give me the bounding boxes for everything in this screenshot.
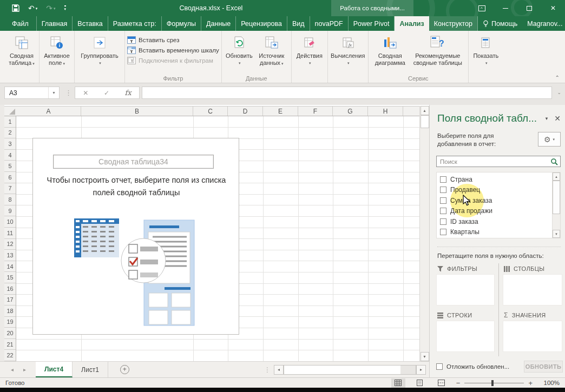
column-header[interactable]: B [81,107,193,116]
column-header[interactable]: D [228,107,263,116]
filters-drop-area[interactable] [436,274,495,305]
confirm-entry-icon[interactable]: ✓ [104,89,109,97]
zoom-slider[interactable] [464,383,524,383]
column-header[interactable]: E [263,107,298,116]
field-checkbox[interactable] [440,176,446,183]
field-checkbox[interactable] [440,208,446,214]
values-drop-area[interactable] [503,321,562,352]
tab-novapdf[interactable]: novaPDF [310,16,349,31]
row-header[interactable]: 7 [4,183,16,195]
row-header[interactable]: 8 [4,194,16,205]
scroll-down-icon[interactable]: ▾ [421,352,429,361]
collapse-ribbon-icon[interactable]: ⌃ [555,75,560,81]
field-list-scrollbar[interactable]: ▴ ▾ [552,172,560,238]
calculations-button[interactable]: fx Вычисления▾ [330,32,366,67]
recommended-pivot-tables-button[interactable]: ? Рекомендуемые сводные таблицы [410,32,466,67]
scroll-left-icon[interactable]: ◂ [274,365,284,375]
save-icon[interactable] [12,4,19,12]
insert-function-icon[interactable]: fx [125,89,132,97]
formula-input[interactable] [142,87,552,99]
sheet-tab-list4[interactable]: Лист4 [36,362,73,377]
name-box[interactable]: A3 ▾ [4,87,60,99]
field-checkbox[interactable] [440,187,446,193]
tools-gear-button[interactable]: ⚙ ▾ [538,132,561,147]
panel-close-icon[interactable]: ✕ [554,114,561,123]
tab-design[interactable]: Конструктор [429,16,478,31]
row-header[interactable]: 10 [4,216,16,228]
row-header[interactable]: 16 [4,283,16,295]
row-header[interactable]: 11 [4,228,16,239]
row-header[interactable]: 3 [4,138,16,150]
undo-button[interactable]: ↶▾ [28,4,37,12]
zoom-slider-thumb[interactable] [491,380,494,386]
sheet-tab-list1[interactable]: Лист1 [73,362,108,377]
zoom-percentage[interactable]: 100% [540,380,560,386]
active-field-button[interactable]: i Активное поле▾ [42,32,72,67]
tab-view[interactable]: Вид [287,16,310,31]
pivot-chart-button[interactable]: Сводная диаграмма [371,32,410,67]
row-header[interactable]: 15 [4,272,16,283]
row-header[interactable]: 19 [4,317,16,328]
field-row[interactable]: ID заказа [437,216,552,227]
tab-data[interactable]: Данные [201,16,236,31]
row-header[interactable]: 5 [4,161,16,172]
ribbon-display-options-icon[interactable]: ^ [470,0,494,16]
horizontal-scrollbar[interactable]: ◂ ▸ [274,362,429,377]
data-source-button[interactable]: Источник данных▾ [254,32,289,67]
update-button[interactable]: ОБНОВИТЬ [524,361,563,373]
cells-area[interactable]: Сводная таблица34 Чтобы построить отчет,… [16,116,419,361]
columns-drop-area[interactable] [503,274,562,305]
row-header[interactable]: 17 [4,295,16,306]
tab-page-layout[interactable]: Разметка стр: [108,16,162,31]
row-header[interactable]: 9 [4,205,16,217]
insert-timeline-button[interactable]: Вставить временную шкалу [127,46,219,54]
name-box-dropdown-icon[interactable]: ▾ [48,87,59,98]
row-header[interactable]: 1 [4,116,16,128]
row-header[interactable]: 20 [4,328,16,339]
column-header[interactable]: C [193,107,228,116]
show-button[interactable]: Показать▾ [471,32,501,67]
field-row[interactable]: Страна [437,174,552,185]
row-header[interactable]: 6 [4,172,16,183]
row-header[interactable]: 12 [4,239,16,250]
new-sheet-button[interactable]: + [120,362,129,377]
zoom-out-icon[interactable]: − [456,379,461,387]
column-header[interactable]: F [298,107,333,116]
sheet-nav-left-icon[interactable]: ◂ [11,367,14,373]
insert-slicer-button[interactable]: Вставить срез [127,36,219,44]
scroll-up-icon[interactable]: ▴ [421,106,429,115]
column-header[interactable]: G [333,107,368,116]
tab-formulas[interactable]: Формулы [162,16,201,31]
field-checkbox[interactable] [440,197,446,204]
filter-connections-button[interactable]: Подключения к фильтрам [127,57,219,64]
field-checkbox[interactable] [440,218,446,225]
sheet-nav-right-icon[interactable]: ▸ [23,367,26,373]
search-input[interactable]: Поиск [436,156,561,167]
close-icon[interactable]: ✕ [541,0,565,16]
field-row[interactable]: Дата продажи [437,206,552,217]
expand-formula-bar-icon[interactable]: ⌄ [557,90,561,95]
field-scroll-thumb[interactable] [553,181,560,214]
rows-drop-area[interactable] [436,321,495,352]
page-layout-view-icon[interactable] [413,378,427,388]
row-header[interactable]: 13 [4,250,16,261]
tab-power-pivot[interactable]: Power Pivot [349,16,395,31]
group-button[interactable]: Группировать▾ [77,32,122,67]
row-header[interactable]: 14 [4,261,16,273]
page-break-view-icon[interactable] [435,378,449,388]
field-checkbox[interactable] [440,229,446,235]
row-header[interactable]: 22 [4,350,16,361]
defer-update-checkbox[interactable] [436,363,443,370]
pivot-table-button[interactable]: Сводная таблица▾ [6,32,37,67]
tab-help[interactable]: Помощь [478,16,522,31]
scroll-down-icon[interactable]: ▾ [553,230,560,238]
scroll-up-icon[interactable]: ▴ [553,172,560,181]
actions-button[interactable]: Действия▾ [294,32,325,67]
tab-insert[interactable]: Вставка [73,16,108,31]
horizontal-scroll-thumb[interactable] [284,366,400,374]
minimize-icon[interactable] [494,0,517,16]
redo-button[interactable]: ↷▾ [46,4,55,12]
column-header[interactable]: H [368,107,403,116]
row-header[interactable]: 2 [4,128,16,139]
account-name[interactable]: Magranov... [522,16,565,31]
